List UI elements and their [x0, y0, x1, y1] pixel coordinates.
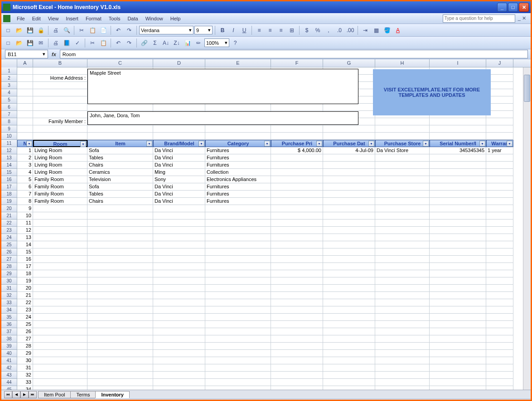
permission-icon[interactable]: 🔒 [36, 25, 46, 35]
cell[interactable] [271, 321, 323, 328]
align-right-icon[interactable]: ≡ [276, 25, 286, 35]
cell[interactable] [486, 248, 513, 256]
cell[interactable] [87, 299, 153, 306]
cell[interactable] [271, 248, 323, 256]
cell[interactable] [430, 133, 486, 140]
cell[interactable]: 33 [17, 379, 33, 386]
cell[interactable] [486, 306, 513, 314]
cell[interactable] [33, 111, 87, 118]
row-header[interactable]: 33 [1, 299, 17, 306]
column-header-C[interactable]: C [87, 59, 153, 67]
cell[interactable] [17, 67, 33, 75]
cell[interactable]: Furnitures [205, 198, 271, 205]
cell[interactable] [430, 212, 486, 220]
cell[interactable] [323, 277, 375, 285]
autosum-icon[interactable]: Σ [150, 38, 160, 48]
borders-icon[interactable]: ▦ [371, 25, 381, 35]
cell[interactable] [205, 343, 271, 350]
row-header[interactable]: 27 [1, 256, 17, 263]
cell[interactable] [17, 125, 33, 133]
filter-header[interactable]: N▼ [17, 140, 33, 147]
cell[interactable] [430, 263, 486, 270]
cell[interactable] [271, 364, 323, 372]
undo2-icon[interactable]: ↶ [113, 38, 123, 48]
cell[interactable]: Ceramics [87, 169, 153, 176]
copy-icon[interactable]: 📋 [87, 25, 97, 35]
cell[interactable] [271, 191, 323, 198]
cell[interactable]: Television [87, 176, 153, 183]
cell[interactable] [375, 292, 430, 299]
cell[interactable]: 11 [17, 220, 33, 227]
cell[interactable] [430, 292, 486, 299]
cell[interactable] [87, 104, 153, 111]
cell[interactable] [153, 256, 205, 263]
cell[interactable] [375, 285, 430, 292]
menu-insert[interactable]: Insert [62, 14, 82, 23]
cell[interactable]: Da Vinci [153, 147, 205, 154]
cell[interactable] [271, 183, 323, 191]
cell[interactable] [17, 111, 33, 118]
cell[interactable] [486, 285, 513, 292]
cell[interactable] [430, 176, 486, 183]
cell[interactable] [430, 234, 486, 241]
cell[interactable]: Home Address : [33, 75, 87, 82]
cell[interactable]: Furnitures [205, 147, 271, 154]
cell[interactable] [271, 241, 323, 248]
cell[interactable] [87, 227, 153, 234]
cell[interactable]: Da Vinci [153, 198, 205, 205]
cell[interactable] [486, 292, 513, 299]
row-header[interactable]: 6 [1, 104, 17, 111]
cell[interactable]: Furnitures [205, 154, 271, 162]
cell[interactable] [87, 350, 153, 357]
cell[interactable] [271, 256, 323, 263]
cell[interactable]: 22 [17, 299, 33, 306]
cell[interactable]: 4-Jul-09 [323, 147, 375, 154]
cell[interactable] [17, 104, 33, 111]
scrollbar-thumb[interactable] [524, 75, 530, 102]
cell[interactable]: 12 [17, 227, 33, 234]
cell[interactable] [33, 386, 87, 390]
cell[interactable] [375, 306, 430, 314]
cell[interactable] [271, 125, 323, 133]
cell[interactable] [205, 306, 271, 314]
cell[interactable] [375, 125, 430, 133]
row-header[interactable]: 34 [1, 306, 17, 314]
cell[interactable] [205, 234, 271, 241]
cell[interactable] [430, 379, 486, 386]
cell[interactable] [430, 386, 486, 390]
sheet-tab-inventory[interactable]: Inventory [95, 391, 130, 398]
cell[interactable] [271, 306, 323, 314]
cell[interactable] [33, 67, 87, 75]
cell[interactable] [33, 104, 87, 111]
cell[interactable] [33, 89, 87, 96]
zoom-selector[interactable]: 100%▾ [204, 38, 229, 47]
cell[interactable] [375, 133, 430, 140]
cell[interactable] [375, 364, 430, 372]
cell[interactable] [17, 89, 33, 96]
cell[interactable] [33, 314, 87, 321]
doc-close-icon[interactable]: _ ✕ [518, 15, 526, 21]
cell[interactable]: 13 [17, 234, 33, 241]
cell[interactable] [430, 335, 486, 343]
help-search-input[interactable] [443, 14, 515, 23]
cell[interactable] [375, 162, 430, 169]
row-header[interactable]: 36 [1, 321, 17, 328]
cell[interactable] [153, 133, 205, 140]
paste-icon[interactable]: 📄 [98, 25, 108, 35]
mail-icon[interactable]: ✉ [36, 38, 46, 48]
align-left-icon[interactable]: ≡ [254, 25, 264, 35]
cell[interactable] [205, 248, 271, 256]
row-header[interactable]: 43 [1, 372, 17, 379]
filter-header[interactable]: Category▼ [205, 140, 271, 147]
cell[interactable] [486, 169, 513, 176]
cell[interactable] [87, 125, 153, 133]
cell[interactable] [430, 343, 486, 350]
cell[interactable] [205, 299, 271, 306]
cell[interactable] [323, 205, 375, 212]
cell[interactable] [205, 292, 271, 299]
name-box[interactable]: B11▾ [5, 50, 48, 58]
cell[interactable] [153, 285, 205, 292]
cell[interactable] [205, 212, 271, 220]
cell[interactable] [87, 285, 153, 292]
cell[interactable]: 18 [17, 270, 33, 277]
